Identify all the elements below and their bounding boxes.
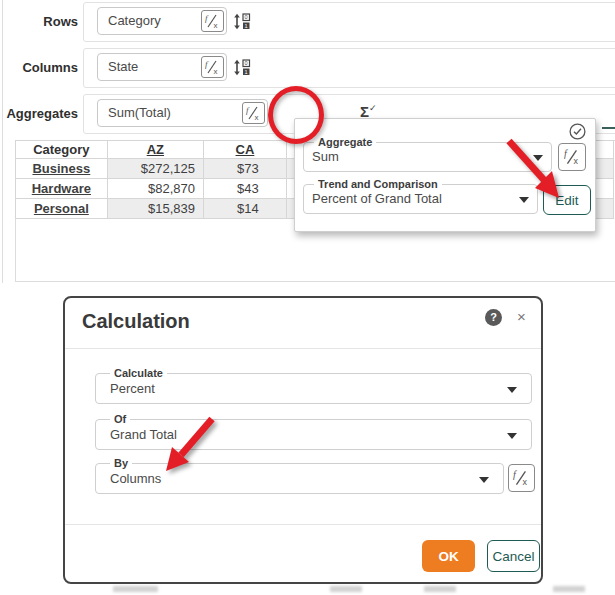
trend-comparison-value: Percent of Grand Total: [312, 185, 511, 213]
svg-text:f: f: [513, 469, 517, 480]
cell-value-clipped: $14: [204, 199, 287, 219]
rows-label: Rows: [0, 2, 78, 42]
row-label-hardware[interactable]: Hardware: [16, 179, 108, 199]
sort-icon[interactable]: 10: [233, 58, 251, 77]
svg-text:f: f: [205, 13, 209, 23]
formula-icon: fx: [512, 469, 531, 487]
column-header-category[interactable]: Category: [16, 141, 108, 159]
dialog-title: Calculation: [82, 310, 190, 333]
sort-icon[interactable]: 10: [233, 12, 251, 31]
app-screen: Rows Category fx 10 Columns State fx 10 …: [0, 0, 615, 595]
columns-formula-button[interactable]: fx: [201, 56, 224, 78]
svg-text:x: x: [214, 67, 218, 76]
obscured-content-fragment: [113, 586, 158, 592]
svg-text:0: 0: [245, 14, 248, 20]
svg-text:1: 1: [245, 69, 248, 75]
obscured-content-fragment: [330, 586, 362, 592]
chevron-down-icon: [479, 477, 489, 483]
annotation-arrow-edit: [495, 128, 575, 213]
cell-value: $15,839: [107, 199, 203, 219]
obscured-content-fragment: [553, 586, 585, 592]
cell-value-clipped: $43: [204, 179, 287, 199]
cell-value-clipped: $73: [204, 159, 287, 179]
row-label-business[interactable]: Business: [16, 159, 108, 179]
svg-text:x: x: [214, 21, 218, 30]
aggregates-label: Aggregates: [0, 94, 78, 134]
close-icon[interactable]: ×: [517, 308, 526, 326]
aggregate-dropdown-value: Sum: [312, 143, 525, 171]
ok-button[interactable]: OK: [422, 540, 475, 572]
columns-label: Columns: [0, 48, 78, 88]
annotation-circle: [268, 86, 324, 144]
svg-text:1: 1: [245, 23, 248, 29]
help-icon[interactable]: ?: [485, 309, 502, 326]
obscured-content-fragment: [424, 586, 456, 592]
dialog-divider: [65, 348, 541, 349]
svg-text:x: x: [523, 477, 528, 487]
footer-divider: [65, 524, 541, 525]
annotation-arrow-columns: [150, 405, 230, 485]
formula-icon: fx: [245, 105, 262, 121]
cell-value: $272,125: [107, 159, 203, 179]
rows-formula-button[interactable]: fx: [201, 10, 224, 32]
aggregates-formula-button[interactable]: fx: [242, 102, 265, 124]
calculate-value: Percent: [110, 374, 505, 403]
svg-text:0: 0: [245, 60, 248, 66]
svg-text:f: f: [205, 59, 209, 69]
svg-text:x: x: [255, 113, 259, 122]
check-icon: ✓: [369, 103, 376, 113]
calculate-dropdown[interactable]: Calculate Percent: [95, 373, 532, 404]
cancel-button[interactable]: Cancel: [487, 540, 540, 572]
chevron-down-icon: [507, 387, 517, 393]
by-formula-button[interactable]: fx: [508, 464, 535, 492]
svg-text:f: f: [246, 105, 250, 115]
formula-icon: fx: [204, 59, 221, 75]
column-header-az[interactable]: AZ: [107, 141, 203, 159]
cell-value: $82,870: [107, 179, 203, 199]
row-border-fragment: [602, 127, 615, 129]
column-header-ca[interactable]: CA: [204, 141, 287, 159]
row-label-personal[interactable]: Personal: [16, 199, 108, 219]
container-border: [2, 0, 3, 283]
formula-icon: fx: [204, 13, 221, 29]
calculation-dialog: Calculation ? × Calculate Percent Of Gra…: [63, 296, 543, 584]
chevron-down-icon: [507, 433, 517, 439]
